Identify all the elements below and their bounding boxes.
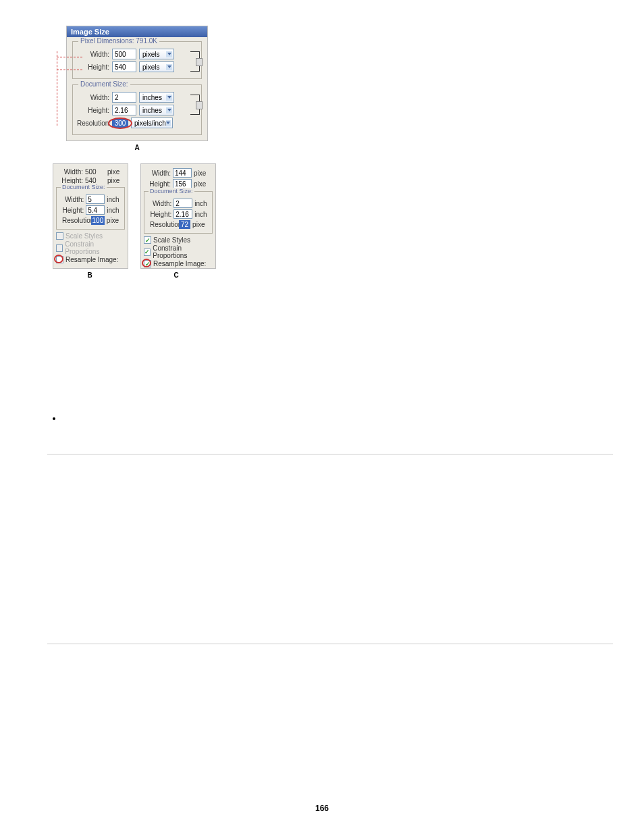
b-doc-res-input[interactable]: 100	[91, 216, 105, 225]
doc-size-legend: Document Size:	[78, 80, 130, 88]
doc-height-unit-select[interactable]: inches	[139, 105, 174, 115]
doc-height-input[interactable]	[112, 105, 136, 115]
c-resample-checkbox[interactable]: ✓	[144, 260, 151, 267]
b-doc-res-label: Resolution:	[62, 217, 89, 224]
doc-height-label: Height:	[77, 107, 109, 114]
b-doc-size-group: Document Size: Width: inch Height: inch …	[56, 187, 125, 230]
b-doc-width-unit: inch	[107, 196, 119, 203]
px-height-input[interactable]	[112, 61, 136, 72]
c-doc-res-label: Resolution:	[150, 221, 177, 228]
doc-width-label: Width:	[77, 94, 109, 101]
chevron-down-icon	[166, 95, 172, 101]
horizontal-rule	[47, 644, 613, 644]
c-doc-height-input[interactable]	[173, 209, 192, 219]
c-scale-styles-checkbox[interactable]: ✓	[144, 236, 151, 244]
label-a: A	[66, 144, 208, 151]
lock-icon[interactable]	[196, 101, 203, 109]
label-b: B	[53, 271, 127, 279]
px-width-unit-select[interactable]: pixels	[139, 49, 174, 59]
c-doc-height-unit: inch	[194, 211, 207, 218]
lock-icon[interactable]	[196, 58, 203, 66]
pixel-dim-label: Pixel Dimensions:	[80, 37, 134, 45]
image-size-dialog-a: Image Size Pixel Dimensions: 791.0K Widt…	[66, 26, 208, 141]
horizontal-rule	[47, 454, 613, 454]
image-size-dialog-b: Width: 500 pixe Height: 540 pixe Documen…	[53, 163, 128, 269]
c-px-height-input[interactable]	[173, 179, 192, 188]
doc-width-input[interactable]	[112, 92, 136, 103]
c-px-height-label: Height:	[144, 180, 171, 188]
b-doc-width-input[interactable]	[86, 194, 105, 204]
page-number: 166	[0, 804, 644, 813]
b-resample-label: Resample Image:	[65, 256, 118, 263]
doc-height-unit: inches	[142, 107, 162, 114]
b-px-width-value: 500	[85, 168, 105, 176]
b-doc-legend: Document Size:	[61, 184, 107, 190]
bullet-icon	[53, 417, 55, 420]
px-height-unit-select[interactable]: pixels	[139, 61, 174, 72]
b-px-width-unit: pixe	[107, 168, 122, 176]
b-scale-styles-label: Scale Styles	[65, 232, 103, 240]
c-doc-res-input[interactable]: 72	[179, 220, 190, 229]
doc-width-unit-select[interactable]: inches	[139, 92, 174, 103]
c-doc-res-unit: pixe	[192, 221, 207, 228]
c-px-width-label: Width:	[144, 170, 171, 177]
px-width-unit: pixels	[142, 51, 160, 58]
px-height-label: Height:	[77, 63, 109, 71]
doc-width-unit: inches	[142, 94, 162, 101]
b-doc-height-input[interactable]	[86, 205, 105, 215]
c-doc-width-input[interactable]	[173, 199, 192, 208]
px-width-input[interactable]	[112, 49, 136, 59]
c-doc-legend: Document Size:	[149, 188, 194, 194]
doc-res-label: Resolution:	[77, 120, 109, 127]
c-doc-size-group: Document Size: Width: inch Height: inch …	[144, 191, 213, 234]
c-resample-label: Resample Image:	[153, 260, 206, 267]
chevron-down-icon	[166, 120, 171, 126]
c-doc-width-unit: inch	[194, 200, 207, 207]
doc-res-unit-select[interactable]: pixels/inch	[131, 118, 173, 128]
pixel-dimensions-group: Pixel Dimensions: 791.0K Width: pixels H…	[72, 41, 202, 79]
document-size-group: Document Size: Width: inches Height: inc…	[72, 84, 202, 135]
b-constrain-checkbox	[56, 244, 63, 252]
label-c: C	[139, 271, 213, 279]
c-doc-height-label: Height:	[150, 211, 171, 218]
pixel-dimensions-legend: Pixel Dimensions: 791.0K	[78, 37, 159, 45]
image-size-dialog-c: Width: pixe Height: pixe Document Size: …	[140, 163, 216, 269]
px-width-label: Width:	[77, 51, 109, 58]
b-doc-width-label: Width:	[62, 196, 84, 203]
c-px-height-unit: pixe	[194, 180, 209, 188]
c-px-width-unit: pixe	[194, 170, 209, 177]
c-px-width-input[interactable]	[173, 168, 192, 178]
px-height-unit: pixels	[142, 63, 160, 71]
doc-res-unit: pixels/inch	[134, 120, 166, 127]
c-constrain-checkbox[interactable]: ✓	[144, 249, 151, 256]
b-scale-styles-checkbox	[56, 232, 63, 240]
pixel-dim-size: 791.0K	[136, 37, 157, 45]
b-resample-checkbox[interactable]	[56, 256, 63, 263]
chevron-down-icon	[166, 107, 172, 113]
dialog-titlebar: Image Size	[67, 26, 207, 37]
b-doc-height-unit: inch	[107, 207, 119, 214]
b-constrain-label: Constrain Proportions	[65, 240, 125, 255]
b-px-width-label: Width:	[56, 168, 83, 176]
b-doc-res-unit: pixe	[107, 217, 119, 224]
c-scale-styles-label: Scale Styles	[153, 236, 190, 244]
c-doc-width-label: Width:	[150, 200, 171, 207]
doc-res-input[interactable]: 300	[112, 119, 128, 128]
b-doc-height-label: Height:	[62, 207, 84, 214]
chevron-down-icon	[166, 51, 172, 57]
chevron-down-icon	[166, 64, 172, 70]
b-px-height-unit: pixe	[107, 177, 122, 184]
c-constrain-label: Constrain Proportions	[153, 244, 213, 259]
